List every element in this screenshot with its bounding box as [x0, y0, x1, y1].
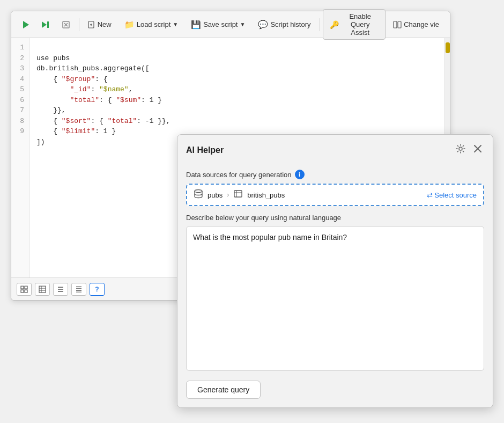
svg-point-29	[195, 190, 202, 193]
run-controls	[17, 18, 76, 31]
collection-icon	[233, 189, 243, 201]
enable-query-button[interactable]: 🔑 Enable Query Assist	[323, 9, 386, 40]
ai-panel-actions	[454, 142, 484, 158]
stop-button[interactable]	[56, 18, 76, 31]
run-button[interactable]	[17, 18, 35, 31]
step-button[interactable]	[36, 18, 55, 31]
source-db-name: pubs	[207, 191, 223, 199]
separator-1	[79, 18, 79, 31]
change-view-button[interactable]: Change vie	[388, 18, 444, 31]
ai-panel-header: AI Helper	[177, 135, 493, 163]
settings-button[interactable]	[454, 142, 467, 158]
svg-rect-9	[394, 21, 397, 28]
svg-rect-11	[21, 286, 24, 289]
svg-rect-30	[234, 191, 242, 197]
help-btn[interactable]: ?	[90, 283, 105, 296]
describe-label: Describe below your query using natural …	[186, 214, 484, 222]
load-dropdown-icon: ▼	[173, 21, 178, 27]
source-arrow: ›	[227, 191, 229, 199]
svg-rect-2	[47, 21, 49, 28]
ai-panel-body: Data sources for query generation i pubs…	[177, 163, 493, 407]
data-source-box: pubs › british_pubs ⇄ Select source	[186, 184, 484, 206]
svg-marker-1	[42, 21, 47, 28]
toolbar: New 📁 Load script ▼ 💾 Save script ▼ 💬 Sc…	[11, 11, 450, 38]
close-button[interactable]	[471, 142, 484, 158]
separator-2	[320, 18, 320, 31]
grid-view-btn[interactable]	[17, 283, 32, 296]
load-script-button[interactable]: 📁 Load script ▼	[119, 18, 184, 32]
database-icon	[194, 189, 203, 201]
generate-query-button[interactable]: Generate query	[186, 381, 261, 399]
svg-marker-0	[23, 21, 29, 28]
svg-rect-15	[39, 286, 46, 293]
info-badge: i	[295, 170, 305, 179]
data-sources-label: Data sources for query generation i	[186, 170, 484, 179]
expand-view-btn[interactable]	[71, 283, 86, 296]
svg-rect-13	[21, 290, 24, 293]
scrollbar-thumb[interactable]	[446, 42, 450, 53]
save-dropdown-icon: ▼	[240, 21, 245, 27]
magic-icon: 🔑	[330, 20, 339, 29]
list-view-btn[interactable]	[53, 283, 68, 296]
svg-rect-14	[25, 290, 27, 293]
query-input[interactable]	[186, 226, 484, 371]
ai-helper-panel: AI Helper Data sources for query generat…	[177, 134, 493, 408]
new-button[interactable]: New	[83, 18, 117, 31]
history-button[interactable]: 💬 Script history	[253, 18, 316, 32]
select-source-button[interactable]: ⇄ Select source	[427, 191, 477, 199]
svg-rect-10	[398, 21, 401, 28]
line-numbers: 1 2 3 4 5 6 7 8 9	[11, 38, 30, 278]
save-script-button[interactable]: 💾 Save script ▼	[186, 18, 250, 32]
ai-panel-title: AI Helper	[186, 145, 224, 155]
svg-rect-12	[25, 286, 27, 289]
table-view-btn[interactable]	[35, 283, 50, 296]
source-collection-name: british_pubs	[247, 191, 285, 199]
change-view-icon	[393, 21, 402, 28]
svg-point-26	[459, 147, 462, 150]
